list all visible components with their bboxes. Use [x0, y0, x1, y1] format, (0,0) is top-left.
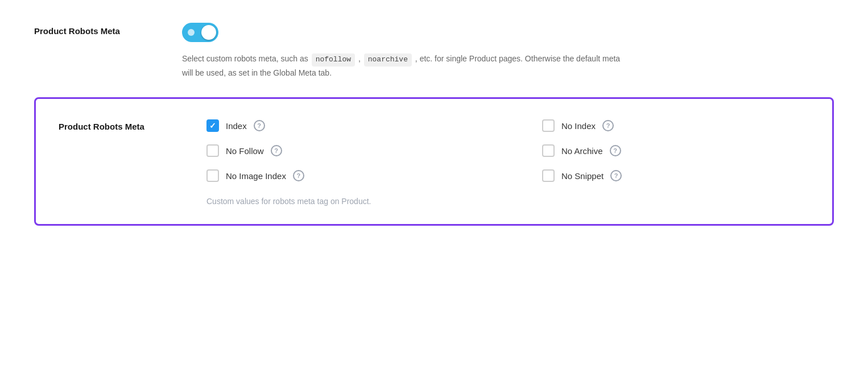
- help-icon-no-follow[interactable]: ?: [271, 145, 282, 156]
- checkbox-index-item: Index ?: [206, 119, 474, 132]
- checkbox-no-index-label: No Index: [561, 121, 596, 131]
- robots-meta-box: Product Robots Meta Index ? No Index ? N…: [34, 97, 834, 226]
- checkboxes-container: Index ? No Index ? No Follow ? No Archiv…: [206, 119, 809, 206]
- checkbox-no-follow-item: No Follow ?: [206, 144, 474, 157]
- setting-label: Product Robots Meta: [34, 23, 159, 36]
- hint-text: Custom values for robots meta tag on Pro…: [206, 197, 809, 206]
- checkbox-index[interactable]: [206, 119, 219, 132]
- checkbox-no-archive-item: No Archive ?: [542, 144, 809, 157]
- code-noarchive: noarchive: [364, 53, 412, 67]
- checkbox-no-index[interactable]: [542, 119, 555, 132]
- help-icon-no-archive[interactable]: ?: [610, 145, 621, 156]
- code-nofollow: nofollow: [312, 53, 355, 67]
- help-icon-index[interactable]: ?: [254, 120, 265, 131]
- checkbox-no-image-index[interactable]: [206, 169, 219, 182]
- checkbox-index-label: Index: [226, 121, 247, 131]
- checkbox-no-image-index-item: No Image Index ?: [206, 169, 474, 182]
- help-icon-no-snippet[interactable]: ?: [610, 170, 622, 181]
- help-icon-no-image-index[interactable]: ?: [293, 170, 304, 181]
- checkbox-no-follow-label: No Follow: [226, 146, 264, 156]
- checkbox-no-follow[interactable]: [206, 144, 219, 157]
- robots-meta-toggle[interactable]: [182, 23, 218, 42]
- checkbox-no-image-index-label: No Image Index: [226, 171, 286, 181]
- help-icon-no-index[interactable]: ?: [602, 120, 614, 131]
- checkboxes-grid: Index ? No Index ? No Follow ? No Archiv…: [206, 119, 809, 206]
- checkbox-no-index-item: No Index ?: [542, 119, 809, 132]
- toggle-dot: [188, 29, 195, 36]
- box-label: Product Robots Meta: [59, 119, 184, 131]
- checkbox-no-snippet-item: No Snippet ?: [542, 169, 809, 182]
- checkbox-no-snippet[interactable]: [542, 169, 555, 182]
- description: Select custom robots meta, such as nofol…: [182, 52, 626, 79]
- description-text-2: ,: [356, 54, 363, 63]
- checkbox-no-archive-label: No Archive: [561, 146, 603, 156]
- product-robots-meta-row: Product Robots Meta Select custom robots…: [34, 23, 834, 79]
- setting-content: Select custom robots meta, such as nofol…: [182, 23, 834, 79]
- checkbox-no-archive[interactable]: [542, 144, 555, 157]
- checkbox-no-snippet-label: No Snippet: [561, 171, 604, 181]
- description-text-1: Select custom robots meta, such as: [182, 54, 311, 63]
